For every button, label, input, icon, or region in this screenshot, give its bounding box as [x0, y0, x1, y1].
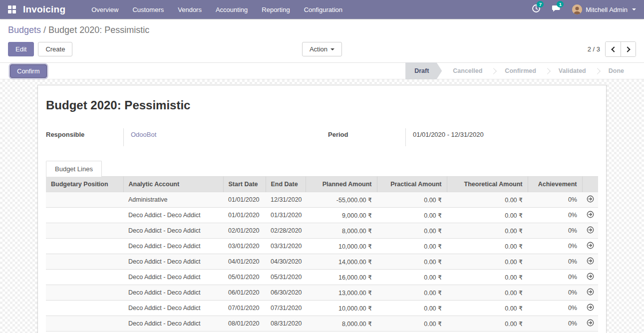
- user-menu[interactable]: Mitchell Admin: [572, 4, 636, 14]
- cell-start-date[interactable]: 05/01/2020: [223, 270, 266, 285]
- nav-menu-customers[interactable]: Customers: [126, 1, 170, 18]
- nav-menu-reporting[interactable]: Reporting: [256, 1, 296, 18]
- open-record-icon[interactable]: [587, 273, 594, 282]
- cell-achievement[interactable]: 0%: [528, 208, 582, 223]
- open-record-icon[interactable]: [587, 304, 594, 313]
- cell-budgetary-position[interactable]: [46, 239, 123, 254]
- cell-start-date[interactable]: 06/01/2020: [223, 285, 266, 301]
- cell-start-date[interactable]: 01/01/2020: [223, 208, 266, 223]
- cell-practical-amount[interactable]: 0.00 ₹: [377, 192, 447, 208]
- cell-end-date[interactable]: 01/31/2020: [266, 208, 306, 223]
- column-header-budgetary-position[interactable]: Budgetary Position: [46, 177, 123, 192]
- cell-planned-amount[interactable]: 9,000.00 ₹: [306, 208, 377, 223]
- cell-practical-amount[interactable]: 0.00 ₹: [377, 270, 447, 285]
- table-row[interactable]: Administrative 01/01/2020 12/31/2020 -55…: [46, 192, 598, 208]
- column-header-start-date[interactable]: Start Date: [223, 177, 266, 192]
- cell-end-date[interactable]: 09/30/2020: [266, 332, 306, 333]
- cell-achievement[interactable]: 0%: [528, 192, 582, 208]
- open-record-icon[interactable]: [587, 211, 594, 220]
- table-row[interactable]: Deco Addict - Deco Addict 08/01/2020 08/…: [46, 316, 598, 332]
- nav-menu-configuration[interactable]: Configuration: [298, 1, 348, 18]
- cell-planned-amount[interactable]: 10,000.00 ₹: [306, 239, 377, 254]
- apps-grid-icon[interactable]: [8, 5, 16, 13]
- cell-planned-amount[interactable]: 7,000.00 ₹: [306, 332, 377, 333]
- cell-theoretical-amount[interactable]: 0.00 ₹: [447, 254, 528, 270]
- cell-analytic-account[interactable]: Deco Addict - Deco Addict: [123, 285, 223, 301]
- cell-budgetary-position[interactable]: [46, 208, 123, 223]
- open-record-icon[interactable]: [587, 288, 594, 297]
- stage-done[interactable]: Done: [598, 62, 635, 79]
- cell-end-date[interactable]: 06/30/2020: [266, 285, 306, 301]
- cell-analytic-account[interactable]: Deco Addict - Deco Addict: [123, 316, 223, 332]
- cell-budgetary-position[interactable]: [46, 223, 123, 239]
- cell-achievement[interactable]: 0%: [528, 223, 582, 239]
- column-header-actions[interactable]: [582, 177, 598, 192]
- open-record-icon[interactable]: [587, 195, 594, 204]
- cell-theoretical-amount[interactable]: 0.00 ₹: [447, 192, 528, 208]
- cell-practical-amount[interactable]: 0.00 ₹: [377, 301, 447, 316]
- cell-achievement[interactable]: 0%: [528, 332, 582, 333]
- edit-button[interactable]: Edit: [8, 42, 34, 56]
- cell-theoretical-amount[interactable]: 0.00 ₹: [447, 332, 528, 333]
- cell-budgetary-position[interactable]: [46, 254, 123, 270]
- cell-achievement[interactable]: 0%: [528, 285, 582, 301]
- cell-planned-amount[interactable]: 8,000.00 ₹: [306, 316, 377, 332]
- open-record-icon[interactable]: [587, 319, 594, 328]
- tab-budget-lines[interactable]: Budget Lines: [46, 161, 102, 177]
- cell-end-date[interactable]: 08/31/2020: [266, 316, 306, 332]
- table-row[interactable]: Deco Addict - Deco Addict 07/01/2020 07/…: [46, 301, 598, 316]
- column-header-theoretical-amount[interactable]: Theoretical Amount: [447, 177, 528, 192]
- cell-practical-amount[interactable]: 0.00 ₹: [377, 316, 447, 332]
- responsible-value-link[interactable]: OdooBot: [123, 128, 316, 146]
- table-row[interactable]: Deco Addict - Deco Addict 04/01/2020 04/…: [46, 254, 598, 270]
- pager-next-button[interactable]: [621, 42, 636, 56]
- stage-confirmed[interactable]: Confirmed: [494, 62, 547, 79]
- cell-analytic-account[interactable]: Deco Addict - Deco Addict: [123, 301, 223, 316]
- cell-budgetary-position[interactable]: [46, 270, 123, 285]
- open-record-icon[interactable]: [587, 242, 594, 251]
- cell-analytic-account[interactable]: Deco Addict - Deco Addict: [123, 239, 223, 254]
- activities-button[interactable]: 7: [532, 4, 541, 15]
- cell-practical-amount[interactable]: 0.00 ₹: [377, 208, 447, 223]
- cell-practical-amount[interactable]: 0.00 ₹: [377, 285, 447, 301]
- cell-achievement[interactable]: 0%: [528, 270, 582, 285]
- column-header-practical-amount[interactable]: Practical Amount: [377, 177, 447, 192]
- cell-start-date[interactable]: 08/01/2020: [223, 316, 266, 332]
- confirm-button[interactable]: Confirm: [10, 64, 47, 78]
- stage-validated[interactable]: Validated: [548, 62, 597, 79]
- cell-budgetary-position[interactable]: [46, 192, 123, 208]
- cell-analytic-account[interactable]: Deco Addict - Deco Addict: [123, 208, 223, 223]
- cell-achievement[interactable]: 0%: [528, 301, 582, 316]
- cell-planned-amount[interactable]: 10,000.00 ₹: [306, 301, 377, 316]
- cell-achievement[interactable]: 0%: [528, 239, 582, 254]
- create-button[interactable]: Create: [38, 42, 72, 56]
- cell-start-date[interactable]: 01/01/2020: [223, 192, 266, 208]
- cell-theoretical-amount[interactable]: 0.00 ₹: [447, 239, 528, 254]
- table-row[interactable]: Deco Addict - Deco Addict 09/01/2020 09/…: [46, 332, 598, 333]
- cell-analytic-account[interactable]: Deco Addict - Deco Addict: [123, 254, 223, 270]
- cell-planned-amount[interactable]: 14,000.00 ₹: [306, 254, 377, 270]
- cell-budgetary-position[interactable]: [46, 332, 123, 333]
- cell-start-date[interactable]: 02/01/2020: [223, 223, 266, 239]
- table-row[interactable]: Deco Addict - Deco Addict 02/01/2020 02/…: [46, 223, 598, 239]
- cell-start-date[interactable]: 03/01/2020: [223, 239, 266, 254]
- table-row[interactable]: Deco Addict - Deco Addict 06/01/2020 06/…: [46, 285, 598, 301]
- column-header-planned-amount[interactable]: Planned Amount: [306, 177, 377, 192]
- cell-theoretical-amount[interactable]: 0.00 ₹: [447, 270, 528, 285]
- app-title[interactable]: Invoicing: [23, 4, 65, 15]
- cell-budgetary-position[interactable]: [46, 285, 123, 301]
- cell-theoretical-amount[interactable]: 0.00 ₹: [447, 301, 528, 316]
- stage-draft[interactable]: Draft: [405, 62, 442, 79]
- cell-planned-amount[interactable]: 16,000.00 ₹: [306, 270, 377, 285]
- open-record-icon[interactable]: [587, 226, 594, 235]
- cell-planned-amount[interactable]: -55,000.00 ₹: [306, 192, 377, 208]
- cell-end-date[interactable]: 02/28/2020: [266, 223, 306, 239]
- cell-practical-amount[interactable]: 0.00 ₹: [377, 332, 447, 333]
- cell-practical-amount[interactable]: 0.00 ₹: [377, 239, 447, 254]
- cell-budgetary-position[interactable]: [46, 316, 123, 332]
- nav-menu-accounting[interactable]: Accounting: [210, 1, 254, 18]
- table-row[interactable]: Deco Addict - Deco Addict 05/01/2020 05/…: [46, 270, 598, 285]
- cell-budgetary-position[interactable]: [46, 301, 123, 316]
- messages-button[interactable]: 1: [552, 4, 561, 15]
- nav-menu-overview[interactable]: Overview: [85, 1, 124, 18]
